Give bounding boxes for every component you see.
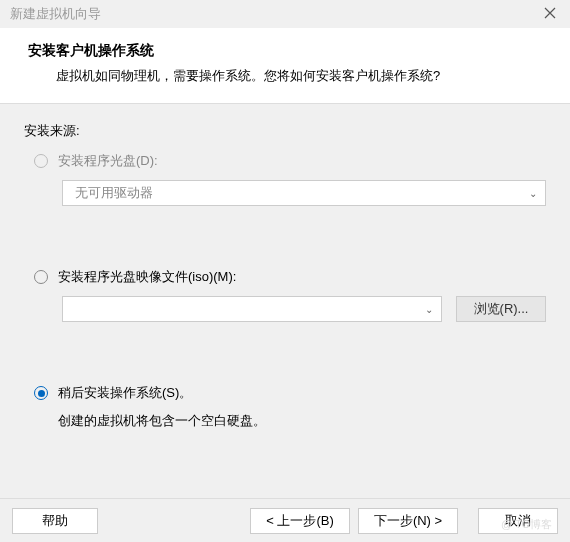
titlebar: 新建虚拟机向导 [0,0,570,28]
radio-disc [34,154,48,168]
cancel-button[interactable]: 取消 [478,508,558,534]
option-later-note: 创建的虚拟机将包含一个空白硬盘。 [58,412,546,430]
option-later[interactable]: 稍后安装操作系统(S)。 [34,384,546,402]
radio-iso [34,270,48,284]
disc-drive-combo[interactable]: 无可用驱动器 ⌄ [62,180,546,206]
chevron-down-icon: ⌄ [425,304,433,315]
option-disc-label: 安装程序光盘(D): [58,152,158,170]
radio-later [34,386,48,400]
window-title: 新建虚拟机向导 [10,5,101,23]
page-subtitle: 虚拟机如同物理机，需要操作系统。您将如何安装客户机操作系统? [28,60,550,85]
back-button[interactable]: < 上一步(B) [250,508,350,534]
option-iso-label: 安装程序光盘映像文件(iso)(M): [58,268,236,286]
content-area: 安装来源: 安装程序光盘(D): 无可用驱动器 ⌄ 安装程序光盘映像文件(iso… [0,104,570,456]
option-later-label: 稍后安装操作系统(S)。 [58,384,192,402]
wizard-header: 安装客户机操作系统 虚拟机如同物理机，需要操作系统。您将如何安装客户机操作系统? [0,28,570,103]
browse-button[interactable]: 浏览(R)... [456,296,546,322]
page-title: 安装客户机操作系统 [28,42,550,60]
source-label: 安装来源: [24,122,546,140]
option-disc[interactable]: 安装程序光盘(D): [34,152,546,170]
close-icon[interactable] [530,7,570,22]
iso-path-combo[interactable]: ⌄ [62,296,442,322]
next-button[interactable]: 下一步(N) > [358,508,458,534]
help-button[interactable]: 帮助 [12,508,98,534]
footer-bar: 帮助 < 上一步(B) 下一步(N) > 取消 [0,498,570,542]
chevron-down-icon: ⌄ [529,188,537,199]
option-iso[interactable]: 安装程序光盘映像文件(iso)(M): [34,268,546,286]
disc-drive-value: 无可用驱动器 [75,184,153,202]
